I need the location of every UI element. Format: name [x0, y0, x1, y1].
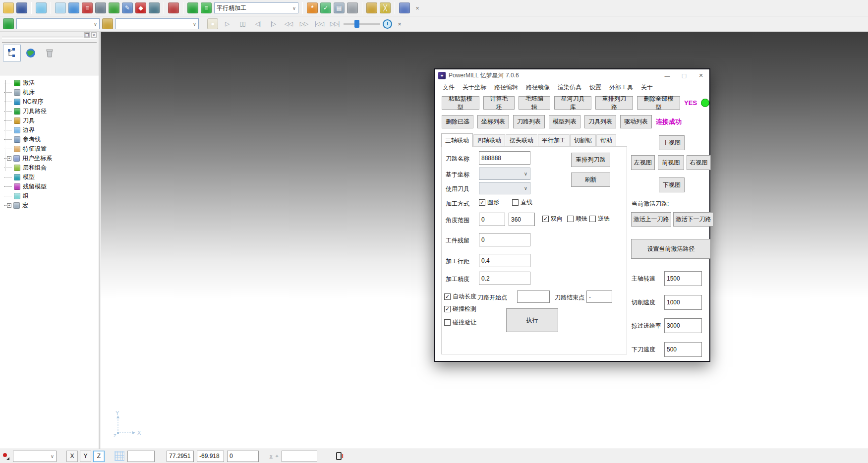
close-sim-toolbar-icon[interactable]: ×	[395, 19, 405, 29]
conventional-mill-checkbox[interactable]: 逆铣	[589, 215, 610, 223]
toolpath-strategy-icon[interactable]	[68, 2, 79, 13]
collision-check-checkbox[interactable]: ✓碰撞检测	[444, 305, 476, 313]
view-left-button[interactable]: 左视图	[631, 155, 655, 170]
tree-item-toolpaths[interactable]: 刀具路径	[4, 107, 99, 116]
refresh-button[interactable]: 刷新	[571, 173, 610, 187]
tree-item-groups[interactable]: 组	[4, 191, 99, 201]
statusbar-blank-field-2[interactable]	[282, 451, 317, 462]
sim-tool-icon[interactable]	[102, 18, 113, 29]
position-probe-icon[interactable]: ⌖	[276, 453, 279, 460]
axis-z-button[interactable]: Z	[93, 451, 105, 462]
close-button[interactable]: ✕	[693, 69, 709, 82]
tree-item-macros[interactable]: +宏	[4, 201, 99, 210]
toolpath-name-input[interactable]	[479, 151, 530, 165]
play-button[interactable]: ▷	[221, 18, 233, 29]
plunge-feed-input[interactable]	[664, 342, 702, 357]
tool-pair-icon[interactable]	[366, 2, 377, 13]
stock-remain-input[interactable]	[479, 233, 530, 246]
activate-next-toolpath-button[interactable]: 激活下一刀路	[673, 212, 713, 227]
record-macro-icon[interactable]	[2, 452, 10, 460]
verify-icon[interactable]: ✓	[320, 2, 331, 13]
tolerance-input[interactable]	[479, 272, 530, 285]
strategy-selector-icon[interactable]: ≡	[201, 2, 212, 13]
sim-toolpath-icon[interactable]	[3, 18, 14, 29]
close-main-toolbar-icon[interactable]: ×	[412, 3, 422, 13]
sidebar-close-icon[interactable]: ×	[91, 32, 97, 38]
pattern-icon[interactable]: ◆	[135, 2, 146, 13]
measure-ruler-icon[interactable]	[347, 2, 358, 13]
sidebar-float-icon[interactable]: ❐	[84, 32, 90, 38]
sim-tool-combo[interactable]: ∨	[116, 18, 199, 29]
sidebar-grip-2[interactable]	[2, 38, 97, 43]
minimize-button[interactable]: —	[659, 69, 676, 82]
menu-render-sim[interactable]: 渲染仿真	[554, 82, 585, 93]
spindle-speed-input[interactable]	[664, 271, 702, 286]
mode-circle-checkbox[interactable]: ✓圆形	[479, 198, 499, 207]
model-list-button[interactable]: 模型列表	[549, 115, 580, 128]
search-back-button[interactable]: ◁◁	[282, 18, 295, 29]
view-top-button[interactable]: 上视图	[659, 135, 685, 150]
step-forward-button[interactable]: |▷	[267, 18, 280, 29]
tab-saw[interactable]: 切割锯	[570, 134, 596, 147]
stepover-input[interactable]	[479, 254, 530, 267]
cursor-z-field[interactable]	[227, 451, 259, 462]
tab-parallel[interactable]: 平行加工	[538, 134, 570, 147]
strategy-combo[interactable]: 平行精加工∨	[214, 2, 298, 13]
tree-item-activate[interactable]: 激活	[4, 78, 99, 88]
feeds-speeds-icon[interactable]: ≡	[82, 2, 93, 13]
end-point-input[interactable]	[586, 290, 612, 303]
tree-item-feature-sets[interactable]: 特征设置	[4, 144, 99, 154]
menu-settings[interactable]: 设置	[585, 82, 605, 93]
search-forward-button[interactable]: ▷▷	[297, 18, 310, 29]
tree-item-patterns[interactable]: 参考线	[4, 135, 99, 144]
go-start-button[interactable]: |◁◁	[313, 18, 326, 29]
menu-file[interactable]: 文件	[439, 82, 459, 93]
xinghe-tool-library-button[interactable]: 星河刀具库	[554, 96, 592, 110]
expand-plus-icon[interactable]: +	[7, 156, 11, 161]
sim-toolpath-combo[interactable]: ∨	[16, 18, 100, 29]
tab-tilt-head[interactable]: 摆头联动	[506, 134, 537, 147]
recycle-bin-tab[interactable]	[41, 45, 58, 61]
menu-external-tools[interactable]: 外部工具	[605, 82, 637, 93]
open-project-icon[interactable]	[3, 2, 14, 13]
sidebar-grip-1[interactable]: ❐ ×	[2, 33, 97, 37]
tree-item-tools[interactable]: 刀具	[4, 116, 99, 125]
toolholder-icon[interactable]	[149, 2, 160, 13]
maximize-button[interactable]: ▢	[676, 69, 693, 82]
drive-list-button[interactable]: 驱动列表	[620, 115, 652, 128]
gouge-check-icon[interactable]	[168, 2, 179, 13]
simulation-icon[interactable]: *	[307, 2, 318, 13]
skim-feed-input[interactable]	[664, 318, 702, 333]
axis-y-button[interactable]: Y	[80, 451, 91, 462]
delete-selected-button[interactable]: 删除已选	[442, 115, 473, 128]
paste-new-model-button[interactable]: 粘贴新模型	[442, 96, 479, 110]
cursor-y-field[interactable]	[197, 451, 224, 462]
tree-item-machine[interactable]: 机床	[4, 88, 99, 97]
tool-database-icon[interactable]	[95, 2, 106, 13]
block-icon[interactable]	[55, 2, 66, 13]
slider-handle[interactable]	[354, 20, 359, 28]
rearrange-toolpaths-button-2[interactable]: 重排列刀路	[571, 153, 610, 167]
print-model-icon[interactable]	[36, 2, 47, 13]
menu-path-mirror[interactable]: 路径镜像	[522, 82, 554, 93]
mode-line-checkbox[interactable]: 直线	[512, 198, 532, 207]
tree-item-stock-models[interactable]: 残留模型	[4, 182, 99, 191]
activate-prev-toolpath-button[interactable]: 激活上一刀路	[631, 212, 671, 227]
tree-item-models[interactable]: 模型	[4, 173, 99, 182]
tab-help[interactable]: 帮助	[596, 134, 616, 147]
menu-about[interactable]: 关于	[637, 82, 657, 93]
axis-x-button[interactable]: X	[66, 451, 78, 462]
climb-mill-checkbox[interactable]: 顺铣	[567, 215, 587, 223]
menu-path-edit[interactable]: 路径编辑	[490, 82, 522, 93]
collision-check-icon[interactable]	[109, 2, 119, 13]
light-bulb-icon[interactable]: ●	[207, 18, 218, 29]
start-point-input[interactable]	[517, 290, 550, 303]
sim-speed-slider[interactable]	[344, 18, 380, 29]
globe-tab[interactable]	[22, 45, 40, 61]
statusbar-combo[interactable]: ∨	[13, 451, 57, 462]
rearrange-toolpaths-button[interactable]: 重排列刀路	[595, 96, 633, 110]
toolpath-spring-icon[interactable]	[187, 2, 198, 13]
tree-item-boundaries[interactable]: 边界	[4, 125, 99, 135]
block-edit-button[interactable]: 毛坯编辑	[519, 96, 550, 110]
dialog-titlebar[interactable]: ✦ PowerMILL 忆梦星河 7.0.6 — ▢ ✕	[435, 69, 709, 82]
